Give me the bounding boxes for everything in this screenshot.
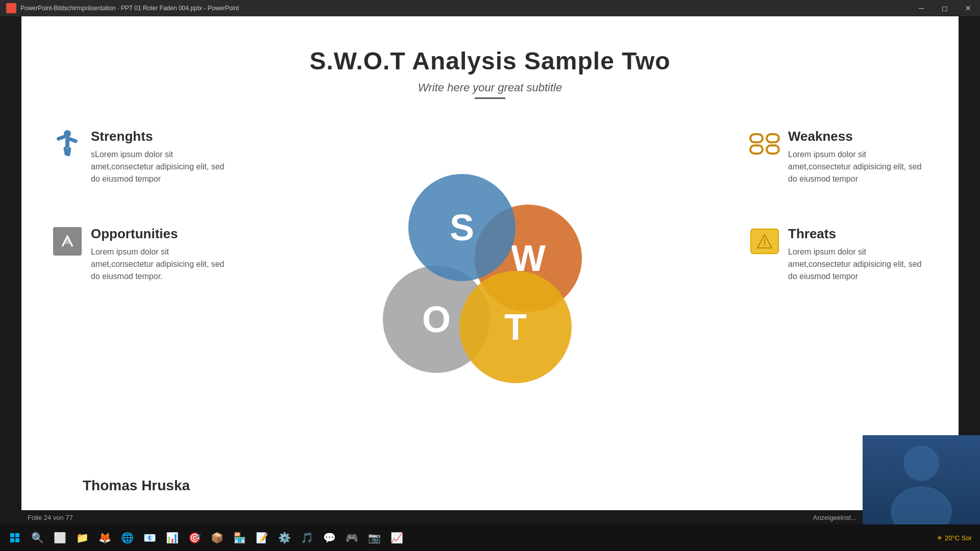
weakness-icon	[749, 129, 780, 159]
chrome-icon[interactable]: 🌐	[116, 527, 138, 548]
threat-icon-box: !	[750, 229, 779, 254]
app-icon-4[interactable]: 🏪	[229, 527, 250, 548]
slide-content: S.W.O.T Analysis Sample Two Write here y…	[21, 16, 959, 524]
slide-header: S.W.O.T Analysis Sample Two Write here y…	[21, 16, 959, 99]
app-icon-7[interactable]: 🎵	[296, 527, 317, 548]
weather-display: ☀ 20°C Sor	[937, 534, 972, 542]
circle-s: S	[408, 174, 516, 281]
svg-point-15	[903, 445, 939, 481]
weakness-text: Weakness Lorem ipsum dolor sit amet,cons…	[788, 129, 928, 185]
opportunities-panel: Opportunities Lorem ipsum dolor sit amet…	[52, 226, 231, 283]
strength-icon	[52, 129, 83, 159]
app-icon-6[interactable]: ⚙️	[274, 527, 295, 548]
app-icon-5[interactable]: 📝	[251, 527, 273, 548]
strengths-body: sLorem ipsum dolor sit amet,consectetur …	[91, 148, 231, 185]
strengths-label: Strenghts	[91, 129, 231, 144]
slide-area: S.W.O.T Analysis Sample Two Write here y…	[21, 16, 959, 524]
svg-rect-20	[15, 538, 19, 542]
strengths-panel: Strenghts sLorem ipsum dolor sit amet,co…	[52, 129, 231, 185]
threat-icon: !	[749, 226, 780, 257]
threats-body: Lorem ipsum dolor sit amet,consectetur a…	[788, 246, 928, 283]
slide-subtitle: Write here your great subtitle	[21, 81, 959, 94]
app-icon-3[interactable]: 📦	[206, 527, 228, 548]
opportunities-label: Opportunities	[91, 226, 231, 242]
start-button[interactable]	[4, 527, 26, 548]
svg-rect-11	[767, 145, 779, 154]
left-panels: Strenghts sLorem ipsum dolor sit amet,co…	[52, 129, 231, 283]
circle-o-label: O	[422, 298, 451, 340]
outlook-icon[interactable]: 📧	[139, 527, 160, 548]
weakness-label: Weakness	[788, 129, 928, 144]
app-icon-10[interactable]: 📷	[363, 527, 385, 548]
svg-rect-19	[10, 538, 14, 542]
app-icon-2[interactable]: 🎯	[184, 527, 205, 548]
firefox-icon[interactable]: 🦊	[94, 527, 115, 548]
threats-panel: ! Threats Lorem ipsum dolor sit amet,con…	[749, 226, 928, 283]
title-bar-text: PowerPoint-Bildschirmpräsentation · PPT …	[20, 5, 239, 12]
strengths-text: Strenghts sLorem ipsum dolor sit amet,co…	[91, 129, 231, 185]
svg-rect-10	[750, 145, 763, 154]
slide-info: Folie 24 von 77	[28, 514, 73, 521]
app-icon-8[interactable]: 💬	[318, 527, 340, 548]
minimize-button[interactable]: ─	[910, 0, 933, 16]
svg-rect-8	[750, 134, 763, 142]
taskbar-right: ☀ 20°C Sor	[937, 534, 976, 542]
svg-rect-17	[10, 533, 14, 537]
excel-icon[interactable]: 📈	[386, 527, 407, 548]
subtitle-underline	[475, 97, 505, 99]
task-view-button[interactable]: ⬜	[49, 527, 70, 548]
status-bar: Folie 24 von 77 Anzeigeeinst...	[21, 510, 863, 524]
app-icon	[6, 3, 16, 13]
weakness-panel: Weakness Lorem ipsum dolor sit amet,cons…	[749, 129, 928, 185]
circle-t-label: T	[504, 306, 527, 348]
venn-diagram: S W O T	[383, 174, 597, 388]
powerpoint-icon[interactable]: 📊	[161, 527, 183, 548]
taskbar: 🔍 ⬜ 📁 🦊 🌐 📧 📊 🎯 📦 🏪 📝 ⚙️ 🎵 💬 🎮 📷 📈 ☀ 20°…	[0, 524, 980, 551]
app-icon-9[interactable]: 🎮	[341, 527, 362, 548]
webcam-overlay	[863, 435, 980, 524]
svg-rect-9	[767, 134, 779, 142]
display-info: Anzeigeeinst...	[813, 514, 856, 521]
svg-text:!: !	[763, 238, 766, 248]
slide-author: Thomas Hruska	[83, 478, 190, 494]
opportunity-icon-box	[53, 227, 82, 256]
files-icon[interactable]: 📁	[71, 527, 93, 548]
opportunities-text: Opportunities Lorem ipsum dolor sit amet…	[91, 226, 231, 283]
right-panels: Weakness Lorem ipsum dolor sit amet,cons…	[749, 129, 928, 283]
weather-text: 20°C Sor	[945, 534, 972, 542]
close-button[interactable]: ✕	[957, 0, 980, 16]
opportunity-icon	[52, 226, 83, 257]
window-controls: ─ ◻ ✕	[910, 0, 980, 16]
webcam-person	[863, 435, 980, 524]
circle-t: T	[459, 271, 572, 383]
title-bar: PowerPoint-Bildschirmpräsentation · PPT …	[0, 0, 980, 16]
opportunities-body: Lorem ipsum dolor sit amet,consectetur a…	[91, 246, 231, 283]
maximize-button[interactable]: ◻	[933, 0, 957, 16]
search-button[interactable]: 🔍	[27, 527, 48, 548]
svg-rect-18	[15, 533, 19, 537]
threats-text: Threats Lorem ipsum dolor sit amet,conse…	[788, 226, 928, 283]
weakness-body: Lorem ipsum dolor sit amet,consectetur a…	[788, 148, 928, 185]
venn-container: S W O T	[383, 174, 597, 388]
slide-title: S.W.O.T Analysis Sample Two	[21, 47, 959, 75]
circle-s-label: S	[450, 207, 474, 248]
threats-label: Threats	[788, 226, 928, 242]
